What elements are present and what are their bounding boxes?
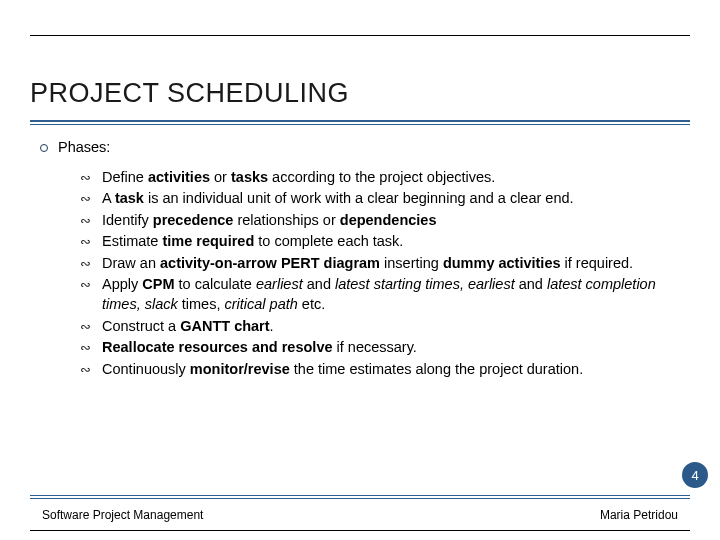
page-number-badge: 4 (682, 462, 708, 488)
script-bullet-icon: ∾ (80, 189, 102, 209)
level2-item: ∾Construct a GANTT chart. (80, 317, 680, 337)
script-bullet-icon: ∾ (80, 317, 102, 337)
script-bullet-icon: ∾ (80, 254, 102, 274)
level2-item: ∾Reallocate resources and resolve if nec… (80, 338, 680, 358)
footer-left: Software Project Management (42, 508, 203, 522)
footer-rule (30, 495, 690, 496)
level2-item: ∾Estimate time required to complete each… (80, 232, 680, 252)
level2-text: A task is an individual unit of work wit… (102, 189, 680, 209)
bottom-border (30, 530, 690, 540)
script-bullet-icon: ∾ (80, 168, 102, 188)
script-bullet-icon: ∾ (80, 338, 102, 358)
level2-item: ∾Define activities or tasks according to… (80, 168, 680, 188)
script-bullet-icon: ∾ (80, 275, 102, 314)
footer-rule-inner (30, 498, 690, 499)
circle-bullet-icon (40, 138, 58, 158)
level2-text: Estimate time required to complete each … (102, 232, 680, 252)
level2-item: ∾Draw an activity-on-arrow PERT diagram … (80, 254, 680, 274)
content-area: Phases: ∾Define activities or tasks acco… (40, 138, 680, 381)
level2-text: Identify precedence relationships or dep… (102, 211, 680, 231)
level2-text: Apply CPM to calculate earliest and late… (102, 275, 680, 314)
level2-item: ∾Continuously monitor/revise the time es… (80, 360, 680, 380)
slide: PROJECT SCHEDULING Phases: ∾Define activ… (0, 0, 720, 540)
footer-right: Maria Petridou (600, 508, 678, 522)
slide-title: PROJECT SCHEDULING (30, 78, 349, 109)
page-number: 4 (691, 468, 698, 483)
top-border (30, 0, 690, 36)
level2-text: Define activities or tasks according to … (102, 168, 680, 188)
title-rule (30, 120, 690, 122)
level2-text: Draw an activity-on-arrow PERT diagram i… (102, 254, 680, 274)
level1-text: Phases: (58, 138, 110, 158)
script-bullet-icon: ∾ (80, 232, 102, 252)
level2-item: ∾A task is an individual unit of work wi… (80, 189, 680, 209)
level2-item: ∾Apply CPM to calculate earliest and lat… (80, 275, 680, 314)
level2-text: Reallocate resources and resolve if nece… (102, 338, 680, 358)
level2-item: ∾Identify precedence relationships or de… (80, 211, 680, 231)
level2-text: Construct a GANTT chart. (102, 317, 680, 337)
script-bullet-icon: ∾ (80, 211, 102, 231)
title-rule-inner (30, 124, 690, 125)
level2-list: ∾Define activities or tasks according to… (80, 168, 680, 380)
level2-text: Continuously monitor/revise the time est… (102, 360, 680, 380)
level1-item: Phases: (40, 138, 680, 158)
script-bullet-icon: ∾ (80, 360, 102, 380)
